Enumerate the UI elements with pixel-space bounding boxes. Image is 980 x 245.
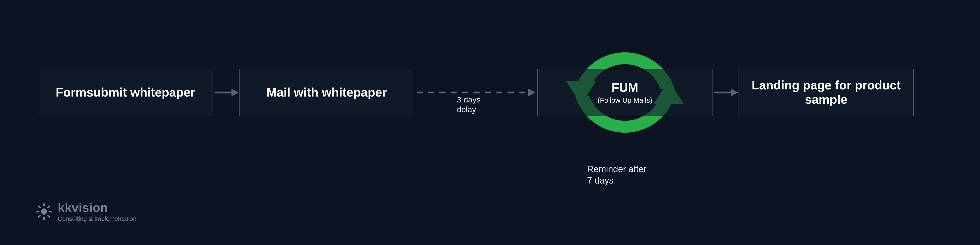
node-fum: FUM (Follow Up Mails) [537,69,713,116]
svg-rect-9 [43,203,45,207]
flow-diagram: Formsubmit whitepaper Mail with whitepap… [38,69,914,116]
delay-label: 3 days delay [457,95,495,114]
svg-marker-3 [528,89,535,96]
brand-name: kkvision [58,200,136,215]
svg-rect-13 [47,205,51,208]
svg-rect-15 [38,205,41,208]
reminder-line2: 7 days [587,176,614,186]
brand-text: kkvision Consulting & Implementation [58,200,136,223]
svg-rect-10 [43,216,45,219]
node-mail-whitepaper: Mail with whitepaper [239,69,414,116]
node-title: FUM [612,81,638,95]
brand-tagline: Consulting & Implementation [58,215,136,223]
svg-point-8 [41,208,47,215]
node-title: Formsubmit whitepaper [56,85,195,99]
arrow-1 [213,69,239,116]
arrow-2-dashed: 3 days delay [414,69,537,116]
brand: kkvision Consulting & Implementation [35,200,136,223]
reminder-line1: Reminder after [587,164,646,174]
svg-rect-12 [49,211,52,212]
svg-rect-16 [47,215,51,218]
node-formsubmit-whitepaper: Formsubmit whitepaper [38,69,213,116]
svg-marker-1 [232,89,239,96]
arrow-3 [713,69,738,116]
node-title: Landing page for product sample [739,78,913,107]
reminder-label: Reminder after 7 days [587,163,663,186]
svg-marker-7 [731,89,738,96]
svg-rect-11 [36,211,39,212]
delay-line1: 3 days [457,95,480,104]
node-landing-page: Landing page for product sample [738,69,914,116]
cycle-wrap: FUM (Follow Up Mails) Reminder after 7 d… [537,69,713,116]
node-subtitle: (Follow Up Mails) [597,96,652,104]
gear-icon [35,203,52,220]
node-title: Mail with whitepaper [267,85,387,99]
delay-line2: delay [457,105,476,114]
svg-rect-14 [38,215,41,218]
